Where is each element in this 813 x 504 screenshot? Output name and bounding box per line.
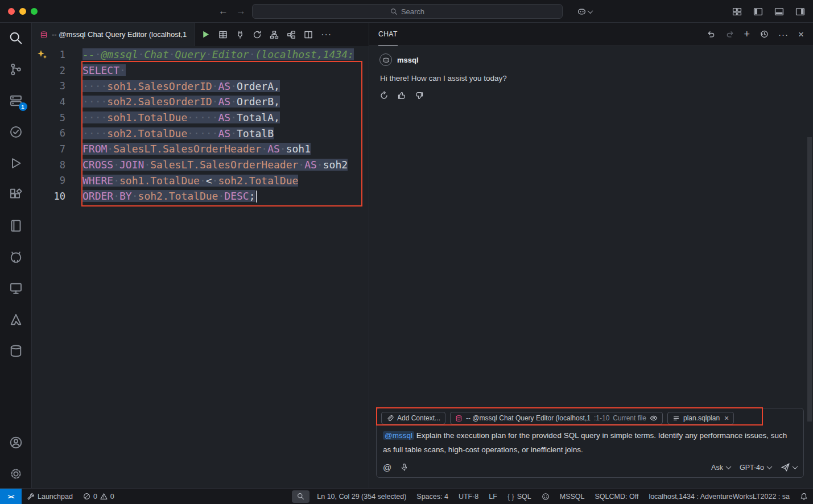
eol-status-item[interactable]: LF [484,489,502,504]
remote-explorer-icon[interactable] [9,281,23,296]
notifications-bell-icon[interactable] [795,489,813,504]
query-history-check-icon[interactable] [9,125,23,139]
chat-panel: CHAT + ··· × mssql [369,23,813,488]
eye-icon[interactable] [650,414,658,422]
chat-input-container[interactable]: Add Context... -- @mssql Chat Query Edit… [376,408,804,478]
search-sidebar-icon[interactable] [9,31,23,46]
database-projects-icon[interactable] [9,344,23,358]
mssql-avatar-icon [379,53,392,66]
code-line[interactable]: 4····soh2.SalesOrderID·AS·OrderB, [32,94,369,110]
context-attachments-row: Add Context... -- @mssql Chat Query Edit… [377,408,803,427]
code-line[interactable]: 3····soh1.SalesOrderID·AS·OrderA, [32,78,369,94]
chat-scrollbar[interactable] [807,137,812,422]
tools-icon [27,493,35,501]
message-toolbar [379,91,803,100]
editor-tab[interactable]: -- @mssql Chat Query Editor (localhost,1 [32,23,195,46]
microphone-icon[interactable] [400,463,408,472]
new-chat-icon[interactable]: + [744,29,750,39]
toggle-secondary-sidebar-icon[interactable] [795,7,805,16]
connection-status-item[interactable]: localhost,1434 : AdventureWorksLT2022 : … [643,489,795,504]
source-control-icon[interactable] [9,62,23,77]
disconnect-plug-icon[interactable] [236,30,245,39]
accounts-icon[interactable] [9,435,23,450]
code-line[interactable]: 6····soh2.TotalDue·····AS·TotalB [32,125,369,141]
command-center-search[interactable]: Search [252,4,563,19]
line-number: 10 [32,191,65,202]
code-line[interactable]: 7FROM·SalesLT.SalesOrderHeader·AS·soh1 [32,141,369,157]
remote-indicator[interactable]: >< [0,489,22,504]
settings-gear-icon[interactable] [9,466,23,481]
results-grid-icon[interactable] [218,30,228,39]
launchpad-status-item[interactable]: Launchpad [22,489,78,504]
window-controls [0,8,38,15]
tab-chat[interactable]: CHAT [378,23,398,46]
text-cursor [256,191,257,203]
navigate-forward-icon[interactable]: → [236,6,246,17]
copilot-sparkle-icon[interactable] [36,49,48,60]
run-debug-icon[interactable] [9,156,23,171]
github-icon[interactable] [9,250,23,265]
chat-history-icon[interactable] [760,30,769,39]
notebook-icon[interactable] [9,218,23,233]
code-line[interactable]: 5····soh1.TotalDue·····AS·TotalA, [32,110,369,126]
more-actions-icon[interactable]: ··· [321,30,332,40]
feedback-smiley-icon[interactable] [537,489,555,504]
customize-layout-icon[interactable] [732,7,742,16]
thumbs-down-icon[interactable] [415,91,424,100]
toggle-panel-icon[interactable] [774,7,784,16]
cursor-position-status-item[interactable]: Ln 10, Col 29 (354 selected) [312,489,411,504]
database-connections-icon[interactable]: 1 [9,93,23,108]
zoom-status-item[interactable] [292,490,309,503]
thumbs-up-icon[interactable] [397,91,406,100]
chat-input-toolbar: @ Ask GPT-4o [377,460,803,477]
navigate-back-icon[interactable]: ← [218,6,228,17]
language-mode-status-item[interactable]: { } SQL [502,489,537,504]
code-line[interactable]: 1--·@mssql·Chat·Query·Editor·(localhost,… [32,47,369,63]
undo-icon[interactable] [707,30,716,39]
toggle-primary-sidebar-icon[interactable] [753,7,763,16]
code-text: ····soh2.SalesOrderID·AS·OrderB, [82,96,280,108]
regenerate-icon[interactable] [379,91,389,100]
context-file-title: -- @mssql Chat Query Editor (localhost,1 [466,414,591,422]
code-line[interactable]: 8CROSS·JOIN·SalesLT.SalesOrderHeader·AS·… [32,157,369,173]
copilot-menu-button[interactable] [577,0,592,23]
chat-more-actions-icon[interactable]: ··· [778,30,789,39]
azure-icon[interactable] [9,312,23,327]
redo-icon[interactable] [725,30,734,39]
problems-status-item[interactable]: 0 0 [78,489,119,504]
close-chat-icon[interactable]: × [798,30,804,39]
change-connection-icon[interactable] [253,30,262,39]
code-text: WHERE·soh1.TotalDue·<·soh2.TotalDue [82,175,298,187]
run-query-button[interactable] [201,30,211,39]
schema-designer-icon[interactable] [270,30,279,39]
minimize-window-button[interactable] [19,8,26,15]
encoding-status-item[interactable]: UTF-8 [453,489,484,504]
code-editor[interactable]: 1--·@mssql·Chat·Query·Editor·(localhost,… [32,46,369,488]
model-picker-dropdown[interactable]: GPT-4o [740,464,771,472]
line-number: 4 [32,96,65,108]
current-file-context-chip[interactable]: -- @mssql Chat Query Editor (localhost,1… [450,412,663,424]
add-context-button[interactable]: Add Context... [381,412,445,424]
line-number: 6 [32,127,65,139]
query-plan-icon[interactable] [287,30,296,39]
code-line[interactable]: 9WHERE·soh1.TotalDue·<·soh2.TotalDue [32,173,369,189]
line-number: 3 [32,80,65,92]
split-editor-icon[interactable] [304,30,313,39]
close-window-button[interactable] [8,8,15,15]
chat-input-textarea[interactable]: @mssql Explain the execution plan for th… [377,427,803,460]
extensions-icon[interactable] [9,187,23,202]
chat-mode-dropdown[interactable]: Ask [711,464,731,472]
mention-at-icon[interactable]: @ [383,463,391,472]
chevron-down-icon [725,464,731,469]
code-line[interactable]: 10ORDER·BY·soh2.TotalDue·DESC; [32,188,369,204]
send-button[interactable] [781,462,797,472]
code-line[interactable]: 2SELECT· [32,63,369,79]
code-text: --·@mssql·Chat·Query·Editor·(localhost,1… [82,48,354,60]
maximize-window-button[interactable] [31,8,38,15]
plan-file-chip[interactable]: plan.sqlplan × [667,412,734,424]
indentation-status-item[interactable]: Spaces: 4 [411,489,453,504]
code-text: SELECT· [82,64,126,76]
sqlcmd-status-item[interactable]: SQLCMD: Off [590,489,644,504]
remove-attachment-icon[interactable]: × [724,414,729,423]
mssql-status-item[interactable]: MSSQL [555,489,590,504]
